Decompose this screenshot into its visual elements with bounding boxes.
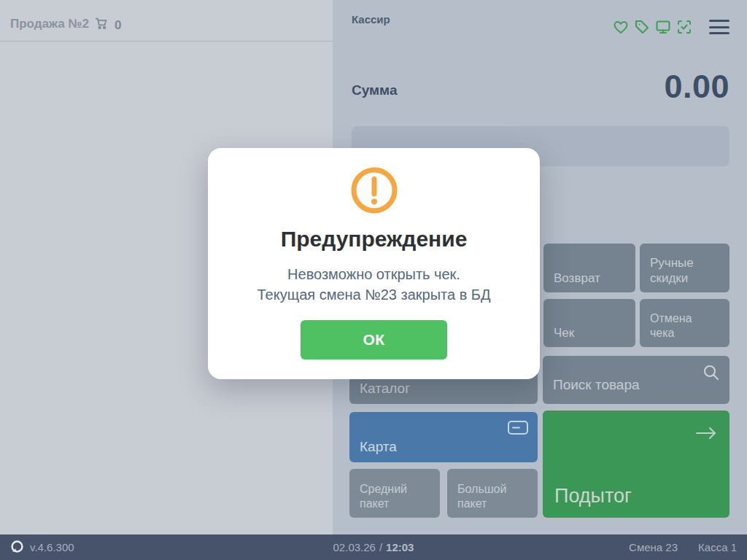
modal-message-line2: Текущая смена №23 закрыта в БД — [208, 284, 540, 305]
cancel-receipt-button[interactable]: Отмена чека — [640, 299, 729, 347]
header-divider — [0, 41, 333, 42]
pos-app: Продажа №2 0 Кассир — [0, 0, 747, 560]
manual-discounts-button[interactable]: Ручные скидки — [640, 244, 729, 292]
menu-icon[interactable] — [709, 20, 729, 34]
search-icon — [702, 363, 721, 386]
cart-indicator[interactable]: 0 — [93, 15, 121, 35]
tag-icon[interactable] — [633, 18, 651, 36]
shift-label: Смена 23 — [629, 541, 678, 553]
large-bag-button[interactable]: Большой пакет — [447, 469, 538, 518]
large-bag-label: Большой пакет — [457, 482, 527, 511]
catalog-button-label: Каталог — [360, 380, 410, 397]
card-button-label: Карта — [360, 438, 397, 456]
top-icon-bar — [612, 18, 729, 36]
subtotal-button[interactable]: Подытог — [543, 411, 729, 518]
sale-title: Продажа №2 — [10, 17, 89, 31]
card-icon — [507, 419, 529, 440]
search-product-label: Поиск товара — [553, 376, 640, 394]
modal-title: Предупреждение — [208, 227, 540, 252]
card-button[interactable]: Карта — [349, 412, 538, 462]
cancel-receipt-label: Отмена чека — [650, 311, 719, 341]
ok-button[interactable]: ОК — [301, 320, 447, 359]
medium-bag-button[interactable]: Средний пакет — [349, 469, 440, 518]
medium-bag-label: Средний пакет — [360, 482, 430, 511]
receipt-button-label: Чек — [554, 325, 574, 341]
modal-message-line1: Невозможно открыть чек. — [208, 264, 540, 284]
status-bar: v.4.6.300 02.03.26 / 12:03 Смена 23 Касс… — [0, 534, 747, 560]
cart-icon — [93, 15, 109, 35]
scan-check-icon[interactable] — [676, 18, 693, 36]
subtotal-button-label: Подытог — [554, 484, 632, 509]
warning-modal: Предупреждение Невозможно открыть чек. Т… — [208, 148, 540, 379]
date-time-separator: / — [379, 541, 382, 553]
search-product-button[interactable]: Поиск товара — [543, 356, 729, 404]
date-label: 02.03.26 — [333, 541, 376, 553]
sum-value: 0.00 — [664, 68, 729, 106]
return-button-label: Возврат — [554, 271, 600, 286]
warning-icon — [350, 166, 398, 214]
manual-discounts-label: Ручные скидки — [650, 255, 719, 287]
arrow-right-icon — [694, 422, 718, 447]
modal-message: Невозможно открыть чек. Текущая смена №2… — [208, 264, 540, 305]
register-label: Касса 1 — [698, 541, 737, 553]
receipt-button[interactable]: Чек — [543, 299, 635, 347]
cashier-label: Кассир — [352, 13, 390, 26]
time-label: 12:03 — [386, 541, 414, 553]
return-button[interactable]: Возврат — [543, 244, 635, 292]
display-icon[interactable] — [654, 18, 672, 36]
cart-count: 0 — [115, 18, 121, 33]
heart-icon[interactable] — [612, 18, 630, 36]
sum-label: Сумма — [352, 82, 397, 98]
